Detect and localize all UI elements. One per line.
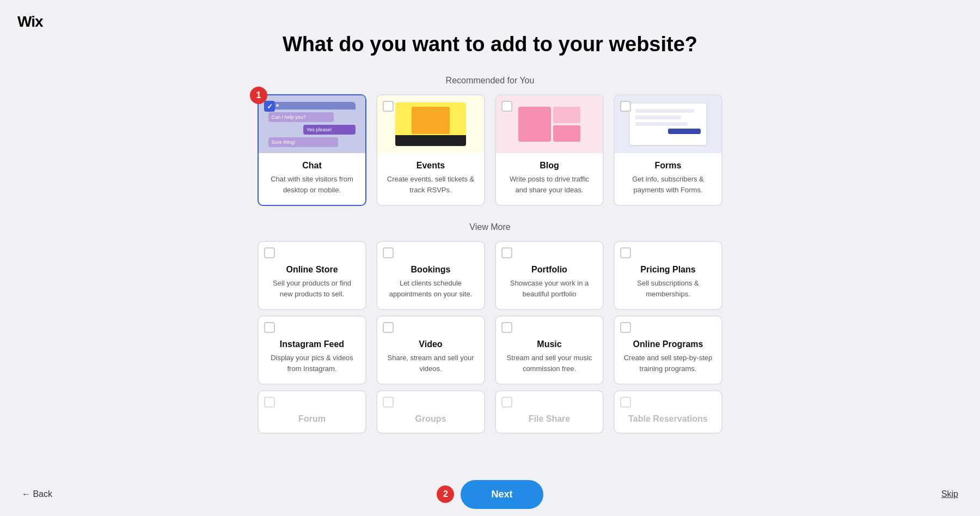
blog-img-top: [553, 107, 580, 123]
checkbox-events[interactable]: [383, 101, 394, 112]
step-badge-2: 2: [437, 485, 454, 503]
form-submit-btn: [668, 129, 701, 134]
checkbox-chat[interactable]: [264, 101, 275, 112]
blog-img-main: [518, 107, 551, 142]
card-blog[interactable]: Blog Write posts to drive traffic and sh…: [495, 94, 604, 206]
card-title-blog: Blog: [504, 161, 595, 171]
card-desc-video: Share, stream and sell your videos.: [385, 353, 476, 374]
card-body-forms: Forms Get info, subscribers & payments w…: [615, 153, 721, 205]
card-desc-pricing-plans: Sell subscriptions & memberships.: [622, 278, 714, 299]
checkbox-video[interactable]: [383, 322, 394, 333]
card-title-events: Events: [385, 161, 476, 171]
card-portfolio[interactable]: Portfolio Showcase your work in a beauti…: [495, 241, 604, 310]
more-cards-row2: Instagram Feed Display your pics & video…: [258, 315, 722, 385]
card-title-table-reservations: Table Reservations: [622, 414, 714, 424]
checkbox-online-programs[interactable]: [620, 322, 631, 333]
recommended-label: Recommended for You: [446, 76, 535, 86]
card-body-chat: Chat Chat with site visitors from deskto…: [259, 153, 365, 205]
card-desc-events: Create events, sell tickets & track RSVP…: [385, 174, 476, 195]
form-line-1: [635, 109, 694, 113]
card-desc-online-store: Sell your products or find new products …: [266, 278, 358, 299]
card-title-groups: Groups: [385, 414, 476, 424]
checkbox-pricing-plans[interactable]: [620, 247, 631, 258]
checkbox-groups[interactable]: [383, 397, 394, 408]
card-forum[interactable]: Forum: [258, 390, 366, 434]
card-title-forms: Forms: [622, 161, 714, 171]
checkbox-portfolio[interactable]: [501, 247, 512, 258]
checkbox-bookings[interactable]: [383, 247, 394, 258]
checkbox-forum[interactable]: [264, 397, 275, 408]
card-bookings[interactable]: Bookings Let clients schedule appointmen…: [376, 241, 485, 310]
checkbox-forms[interactable]: [620, 101, 631, 112]
card-music[interactable]: Music Stream and sell your music commiss…: [495, 315, 604, 385]
card-pricing-plans[interactable]: Pricing Plans Sell subscriptions & membe…: [614, 241, 722, 310]
card-desc-forms: Get info, subscribers & payments with Fo…: [622, 174, 714, 195]
card-online-programs[interactable]: Online Programs Create and sell step-by-…: [614, 315, 722, 385]
card-title-file-share: File Share: [504, 414, 595, 424]
more-cards-row1: Online Store Sell your products or find …: [258, 241, 722, 310]
blog-img-bottom: [553, 125, 580, 142]
card-title-video: Video: [385, 339, 476, 349]
view-more-label: View More: [469, 222, 510, 232]
chat-header-bar: [268, 102, 356, 110]
card-groups[interactable]: Groups: [376, 390, 485, 434]
chat-bubble-left2: Sure thing!: [268, 137, 338, 147]
card-title-online-store: Online Store: [266, 265, 358, 275]
card-file-share[interactable]: File Share: [495, 390, 604, 434]
card-title-bookings: Bookings: [385, 265, 476, 275]
card-body-events: Events Create events, sell tickets & tra…: [377, 153, 484, 205]
bottom-nav: ← Back 2 Next Skip: [0, 472, 980, 516]
page-title: What do you want to add to your website?: [283, 33, 697, 56]
checkbox-blog[interactable]: [501, 101, 512, 112]
skip-button[interactable]: Skip: [941, 489, 958, 499]
card-title-portfolio: Portfolio: [504, 265, 595, 275]
form-line-2: [635, 116, 681, 119]
chat-bubble-left: Can I help you?: [268, 112, 334, 122]
card-desc-portfolio: Showcase your work in a beautiful portfo…: [504, 278, 595, 299]
recommended-cards-row: Can I help you? Yes please! Sure thing! …: [258, 94, 722, 206]
card-title-pricing-plans: Pricing Plans: [622, 265, 714, 275]
events-img: [412, 107, 450, 134]
faded-cards-row: Forum Groups File Share Table Reservatio…: [258, 390, 722, 434]
card-body-blog: Blog Write posts to drive traffic and sh…: [496, 153, 603, 205]
checkbox-file-share[interactable]: [501, 397, 512, 408]
card-desc-online-programs: Create and sell step-by-step training pr…: [622, 353, 714, 374]
card-title-chat: Chat: [266, 161, 358, 171]
card-forms[interactable]: Forms Get info, subscribers & payments w…: [614, 94, 722, 206]
checkbox-music[interactable]: [501, 322, 512, 333]
card-events[interactable]: Events Create events, sell tickets & tra…: [376, 94, 485, 206]
card-title-music: Music: [504, 339, 595, 349]
card-desc-blog: Write posts to drive traffic and share y…: [504, 174, 595, 195]
events-bar: [395, 135, 466, 146]
back-button[interactable]: ← Back: [22, 489, 52, 499]
card-online-store[interactable]: Online Store Sell your products or find …: [258, 241, 366, 310]
card-desc-music: Stream and sell your music commission fr…: [504, 353, 595, 374]
card-desc-chat: Chat with site visitors from desktop or …: [266, 174, 358, 195]
card-title-instagram-feed: Instagram Feed: [266, 339, 358, 349]
checkbox-instagram-feed[interactable]: [264, 322, 275, 333]
card-chat[interactable]: Can I help you? Yes please! Sure thing! …: [258, 94, 366, 206]
wix-logo: Wix: [17, 13, 43, 31]
form-line-3: [635, 122, 688, 126]
checkbox-online-store[interactable]: [264, 247, 275, 258]
card-title-forum: Forum: [266, 414, 358, 424]
card-desc-bookings: Let clients schedule appointments on you…: [385, 278, 476, 299]
card-table-reservations[interactable]: Table Reservations: [614, 390, 722, 434]
card-title-online-programs: Online Programs: [622, 339, 714, 349]
card-instagram-feed[interactable]: Instagram Feed Display your pics & video…: [258, 315, 366, 385]
step-badge-1: 1: [250, 87, 267, 104]
checkbox-table-reservations[interactable]: [620, 397, 631, 408]
chat-dot: [276, 104, 279, 107]
chat-bubble-right: Yes please!: [303, 125, 356, 135]
next-button[interactable]: Next: [461, 480, 543, 509]
next-btn-wrapper: 2 Next: [437, 480, 543, 509]
card-desc-instagram-feed: Display your pics & videos from Instagra…: [266, 353, 358, 374]
card-video[interactable]: Video Share, stream and sell your videos…: [376, 315, 485, 385]
